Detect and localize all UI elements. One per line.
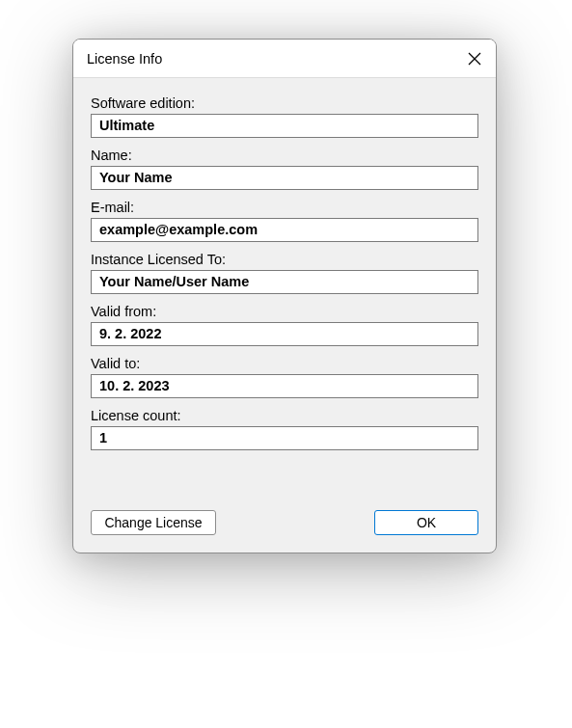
- value-license-count: 1: [91, 426, 478, 450]
- value-licensed-to: Your Name/User Name: [91, 270, 478, 294]
- value-email: example@example.com: [91, 218, 478, 242]
- label-valid-from: Valid from:: [91, 304, 478, 319]
- titlebar: License Info: [73, 40, 496, 78]
- close-icon[interactable]: [467, 51, 482, 67]
- value-name: Your Name: [91, 166, 478, 190]
- field-valid-from: Valid from: 9. 2. 2022: [91, 304, 478, 346]
- field-name: Name: Your Name: [91, 148, 478, 190]
- label-license-count: License count:: [91, 408, 478, 423]
- window-title: License Info: [87, 51, 162, 67]
- label-licensed-to: Instance Licensed To:: [91, 252, 478, 267]
- change-license-button[interactable]: Change License: [91, 510, 216, 535]
- label-software-edition: Software edition:: [91, 95, 478, 111]
- field-software-edition: Software edition: Ultimate: [91, 95, 478, 138]
- dialog-content: Software edition: Ultimate Name: Your Na…: [73, 78, 496, 553]
- field-licensed-to: Instance Licensed To: Your Name/User Nam…: [91, 252, 478, 294]
- value-software-edition: Ultimate: [91, 114, 478, 138]
- field-email: E-mail: example@example.com: [91, 200, 478, 242]
- value-valid-from: 9. 2. 2022: [91, 322, 478, 346]
- license-info-dialog: License Info Software edition: Ultimate …: [72, 39, 497, 553]
- label-email: E-mail:: [91, 200, 478, 215]
- label-valid-to: Valid to:: [91, 356, 478, 371]
- value-valid-to: 10. 2. 2023: [91, 374, 478, 398]
- ok-button[interactable]: OK: [374, 510, 478, 535]
- field-valid-to: Valid to: 10. 2. 2023: [91, 356, 478, 398]
- button-row: Change License OK: [91, 510, 478, 535]
- field-license-count: License count: 1: [91, 408, 478, 450]
- label-name: Name:: [91, 148, 478, 163]
